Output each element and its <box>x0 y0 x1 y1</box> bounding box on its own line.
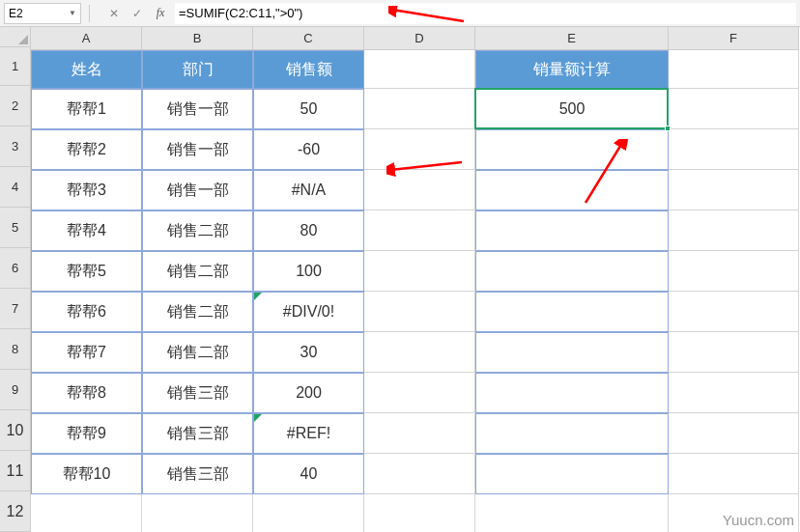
cell-E2[interactable]: 500 <box>475 89 669 129</box>
cell-B4[interactable]: 销售一部 <box>142 170 253 210</box>
cell-A10[interactable]: 帮帮9 <box>31 413 142 454</box>
confirm-icon[interactable]: ✓ <box>127 3 148 24</box>
select-all-corner[interactable] <box>0 27 31 47</box>
row-header-5[interactable]: 5 <box>0 208 31 248</box>
cell-A4[interactable]: 帮帮3 <box>31 170 142 210</box>
cell-D8[interactable] <box>364 332 475 373</box>
cell-E7[interactable] <box>475 292 669 332</box>
row-header-7[interactable]: 7 <box>0 289 31 329</box>
cell-B11[interactable]: 销售三部 <box>142 454 253 494</box>
cell-C3[interactable]: -60 <box>253 129 364 170</box>
cancel-icon[interactable]: ✕ <box>103 3 125 24</box>
column-header-E[interactable]: E <box>475 27 669 50</box>
cell-F5[interactable] <box>669 210 799 251</box>
cell-E4[interactable] <box>475 170 669 210</box>
cell-D9[interactable] <box>364 373 475 413</box>
watermark: Yuucn.com <box>723 512 794 528</box>
row-header-3[interactable]: 3 <box>0 126 31 167</box>
row-header-8[interactable]: 8 <box>0 329 31 370</box>
formula-input[interactable]: =SUMIF(C2:C11,">0") <box>175 3 796 24</box>
cell-D1[interactable] <box>364 50 475 89</box>
row-header-12[interactable]: 12 <box>0 491 31 532</box>
cells[interactable]: 姓名部门销售额销量额计算帮帮1销售一部50500帮帮2销售一部-60帮帮3销售一… <box>31 50 800 532</box>
cell-B10[interactable]: 销售三部 <box>142 413 253 454</box>
cell-F4[interactable] <box>669 170 799 210</box>
cell-A2[interactable]: 帮帮1 <box>31 89 142 129</box>
cell-B12[interactable] <box>142 494 253 532</box>
column-header-C[interactable]: C <box>253 27 364 50</box>
row-header-11[interactable]: 11 <box>0 451 31 491</box>
cell-B8[interactable]: 销售二部 <box>142 332 253 373</box>
divider <box>89 5 90 22</box>
cell-E10[interactable] <box>475 413 669 454</box>
cell-C5[interactable]: 80 <box>253 210 364 251</box>
cell-E12[interactable] <box>475 494 669 532</box>
cell-F9[interactable] <box>669 373 799 413</box>
cell-B3[interactable]: 销售一部 <box>142 129 253 170</box>
cell-F1[interactable] <box>669 50 799 89</box>
cell-E11[interactable] <box>475 454 669 494</box>
cell-F3[interactable] <box>669 129 799 170</box>
cell-F11[interactable] <box>669 454 799 494</box>
cell-D2[interactable] <box>364 89 475 129</box>
cell-F10[interactable] <box>669 413 799 454</box>
cell-C9[interactable]: 200 <box>253 373 364 413</box>
name-box[interactable]: E2 ▼ <box>4 3 81 24</box>
cell-B2[interactable]: 销售一部 <box>142 89 253 129</box>
formula-buttons: ✕ ✓ fx <box>103 3 171 24</box>
row-header-2[interactable]: 2 <box>0 86 31 126</box>
cell-A5[interactable]: 帮帮4 <box>31 210 142 251</box>
cell-B7[interactable]: 销售二部 <box>142 292 253 332</box>
cell-C1[interactable]: 销售额 <box>253 50 364 89</box>
row-header-6[interactable]: 6 <box>0 248 31 289</box>
svg-line-1 <box>390 162 462 170</box>
fx-icon[interactable]: fx <box>150 3 171 24</box>
row-header-4[interactable]: 4 <box>0 167 31 208</box>
cell-A6[interactable]: 帮帮5 <box>31 251 142 292</box>
cell-C11[interactable]: 40 <box>253 454 364 494</box>
cell-D5[interactable] <box>364 210 475 251</box>
cell-D6[interactable] <box>364 251 475 292</box>
cell-A11[interactable]: 帮帮10 <box>31 454 142 494</box>
cell-A3[interactable]: 帮帮2 <box>31 129 142 170</box>
column-header-F[interactable]: F <box>669 27 799 50</box>
chevron-down-icon[interactable]: ▼ <box>69 9 76 17</box>
cell-A1[interactable]: 姓名 <box>31 50 142 89</box>
cell-F6[interactable] <box>669 251 799 292</box>
cell-C2[interactable]: 50 <box>253 89 364 129</box>
column-header-D[interactable]: D <box>364 27 475 50</box>
cell-A7[interactable]: 帮帮6 <box>31 292 142 332</box>
cell-C12[interactable] <box>253 494 364 532</box>
cell-B1[interactable]: 部门 <box>142 50 253 89</box>
cell-F2[interactable] <box>669 89 799 129</box>
cell-B6[interactable]: 销售二部 <box>142 251 253 292</box>
cell-B9[interactable]: 销售三部 <box>142 373 253 413</box>
cell-B5[interactable]: 销售二部 <box>142 210 253 251</box>
cell-A12[interactable] <box>31 494 142 532</box>
cell-F7[interactable] <box>669 292 799 332</box>
column-header-A[interactable]: A <box>31 27 142 50</box>
cell-D7[interactable] <box>364 292 475 332</box>
cell-reference: E2 <box>9 7 23 20</box>
cell-F8[interactable] <box>669 332 799 373</box>
cell-C4[interactable]: #N/A <box>253 170 364 210</box>
cell-D10[interactable] <box>364 413 475 454</box>
cell-C8[interactable]: 30 <box>253 332 364 373</box>
cell-E9[interactable] <box>475 373 669 413</box>
cell-E3[interactable] <box>475 129 669 170</box>
cell-D11[interactable] <box>364 454 475 494</box>
cell-C6[interactable]: 100 <box>253 251 364 292</box>
cell-C10[interactable]: #REF! <box>253 413 364 454</box>
cell-E8[interactable] <box>475 332 669 373</box>
column-header-B[interactable]: B <box>142 27 253 50</box>
cell-D12[interactable] <box>364 494 475 532</box>
cell-E1[interactable]: 销量额计算 <box>475 50 669 89</box>
row-header-10[interactable]: 10 <box>0 410 31 451</box>
cell-E6[interactable] <box>475 251 669 292</box>
row-header-9[interactable]: 9 <box>0 370 31 410</box>
cell-A8[interactable]: 帮帮7 <box>31 332 142 373</box>
row-header-1[interactable]: 1 <box>0 47 31 86</box>
cell-A9[interactable]: 帮帮8 <box>31 373 142 413</box>
cell-C7[interactable]: #DIV/0! <box>253 292 364 332</box>
cell-E5[interactable] <box>475 210 669 251</box>
